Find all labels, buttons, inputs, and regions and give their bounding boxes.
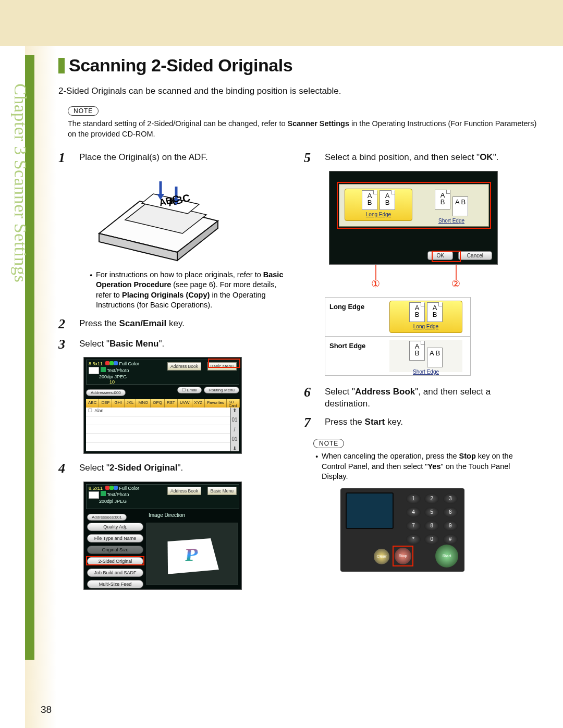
basic-menu-buttons: Quality Adj. File Type and Name Original… bbox=[87, 523, 143, 588]
step-4: 4 Select "2-Sided Original". bbox=[58, 461, 291, 476]
step-number: 1 bbox=[58, 151, 72, 166]
callout-1: ① bbox=[370, 278, 381, 290]
address-list: ☐ Alan bbox=[86, 408, 230, 451]
bind-position-table: Long Edge ABAB Long Edge Short Edge ABA … bbox=[325, 297, 471, 376]
step-number: 2 bbox=[58, 317, 72, 332]
left-column: 1 Place the Original(s) on the ADF. ABC bbox=[58, 151, 291, 597]
step1-note: For instructions on how to place origina… bbox=[90, 270, 291, 311]
highlight-box bbox=[393, 546, 413, 566]
address-book-tab: Address Book bbox=[167, 362, 201, 371]
note-badge: NOTE bbox=[313, 439, 344, 448]
step5-screenshot: ABAB Long Edge ABA B Short Edge OK Cance… bbox=[329, 171, 537, 290]
step3-screenshot: 8.5x11 Full Color Text/Photo 200dpi JPEG… bbox=[83, 357, 291, 454]
cancel-button: Cancel bbox=[458, 251, 492, 260]
step-number: 5 bbox=[304, 151, 317, 166]
long-edge-thumb: ABAB Long Edge bbox=[389, 301, 462, 333]
step-6: 6 Select "Address Book", and then select… bbox=[304, 385, 537, 410]
tab-strip: ABCDEFGHIJKLMNOOPQRSTUVWXYZFavoritesSD C… bbox=[86, 399, 239, 408]
intro-text: 2-Sided Originals can be scanned and the… bbox=[58, 86, 537, 96]
panel-lcd bbox=[346, 492, 394, 529]
side-chapter-label: Chapter 3 Scanner Settings bbox=[10, 83, 30, 282]
step-text: Select "Basic Menu". bbox=[79, 337, 164, 352]
control-panel-illustration: 123 456 789 *0# Clear Stop Start bbox=[340, 488, 464, 572]
step-number: 7 bbox=[304, 415, 317, 430]
step4-screenshot: 8.5x11 Full Color Text/Photo 200dpi JPEG… bbox=[83, 482, 291, 590]
scrollbar-icon: ⬆ 01 / 01 ⬇ bbox=[230, 408, 239, 451]
title-text: Scanning 2-Sided Originals bbox=[69, 55, 292, 75]
long-edge-label: Long Edge bbox=[325, 298, 382, 336]
short-edge-label: Short Edge bbox=[325, 337, 382, 375]
title-accent-icon bbox=[58, 58, 65, 73]
step-5: 5 Select a bind position, and then selec… bbox=[304, 151, 537, 166]
step-7: 7 Press the Start key. bbox=[304, 415, 537, 430]
highlight-box bbox=[208, 359, 240, 368]
callout-2: ② bbox=[450, 278, 461, 290]
numeric-keypad: 123 456 789 *0# bbox=[406, 493, 458, 545]
step-2: 2 Press the Scan/Email key. bbox=[58, 317, 291, 332]
step-number: 6 bbox=[304, 385, 317, 410]
step-text: Press the Start key. bbox=[325, 415, 403, 430]
step-text: Select "Address Book", and then select a… bbox=[325, 385, 537, 410]
step-number: 3 bbox=[58, 337, 72, 352]
step-1: 1 Place the Original(s) on the ADF. bbox=[58, 151, 291, 166]
page-title: Scanning 2-Sided Originals bbox=[58, 55, 537, 76]
step-text: Press the Scan/Email key. bbox=[79, 317, 185, 332]
adf-illustration: ABC ABC bbox=[83, 171, 291, 263]
highlight-box bbox=[86, 556, 144, 565]
bottom-note: When canceling the operation, press the … bbox=[315, 451, 537, 482]
right-column: 5 Select a bind position, and then selec… bbox=[304, 151, 537, 597]
highlight-box-1 bbox=[337, 182, 491, 229]
start-key: Start bbox=[435, 545, 458, 567]
page-number: 38 bbox=[41, 704, 52, 715]
step-text: Place the Original(s) on the ADF. bbox=[79, 151, 208, 166]
clear-key: Clear bbox=[374, 549, 389, 564]
step-number: 4 bbox=[58, 461, 72, 476]
top-note: The standard setting of 2-Sided/Original… bbox=[68, 119, 537, 139]
note-badge: NOTE bbox=[68, 106, 99, 116]
highlight-box-2 bbox=[432, 251, 461, 262]
step-text: Select "2-Sided Original". bbox=[79, 461, 183, 476]
step-3: 3 Select "Basic Menu". bbox=[58, 337, 291, 352]
top-band bbox=[0, 0, 563, 46]
short-edge-thumb: ABA B Short Edge bbox=[389, 340, 462, 372]
preview-pane: P bbox=[146, 523, 238, 585]
step-text: Select a bind position, and then select … bbox=[325, 151, 498, 166]
